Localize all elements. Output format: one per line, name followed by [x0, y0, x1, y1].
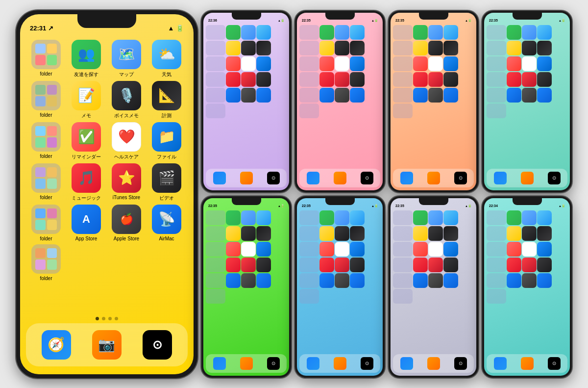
- mini-folder-2: [206, 41, 225, 55]
- video-icon: 🎬: [152, 163, 181, 193]
- mini-notes: [226, 41, 241, 55]
- mini-folder-6: [206, 103, 225, 118]
- mini-appstore: [226, 88, 241, 103]
- voice-icon: 🎙️: [112, 81, 141, 110]
- voice-label: ボイスメモ: [114, 112, 139, 119]
- app-applestore[interactable]: 🍎 Apple Store: [106, 205, 147, 241]
- small-screen-5: 22:35 ▲🔋 ⊙: [203, 198, 289, 376]
- safari-icon: 🧭: [42, 330, 71, 360]
- video-label: ビデオ: [159, 195, 174, 202]
- small-phone-5: 22:35 ▲🔋 ⊙: [201, 196, 291, 378]
- mini-calc: [256, 41, 271, 55]
- time-4: 22:35: [489, 19, 498, 22]
- folder-icon-5: [31, 205, 61, 234]
- folder-icon-3: [31, 122, 61, 152]
- app-calc[interactable]: 📐 計測: [147, 81, 187, 119]
- notch-4: [513, 13, 542, 20]
- notch-8: [513, 198, 542, 205]
- app-appstore[interactable]: A App Store: [66, 205, 106, 241]
- small-phone-6: 22:35 ▲🔋 ⊙: [295, 196, 385, 378]
- mini-weather: [256, 25, 271, 40]
- status-icons-1: ▲🔋: [278, 19, 284, 22]
- dock: 🧭 📷 ⊙: [26, 323, 188, 366]
- time-6: 22:35: [302, 204, 311, 207]
- app-row-5: folder A App Store 🍎 Apple Store 📡 AirMa…: [26, 205, 188, 241]
- small-phone-7: 22:35 ▲🔋 ⊙: [389, 196, 478, 378]
- app-music[interactable]: 🎵 ミュージック: [66, 163, 106, 202]
- app-folder-6[interactable]: folder: [26, 244, 66, 281]
- small-screen-1: 22:36 ▲🔋: [203, 13, 289, 190]
- folder-icon: [31, 40, 61, 69]
- health-icon: ❤️: [112, 122, 141, 152]
- reminders-icon: ✅: [72, 122, 101, 152]
- calc-icon: 📐: [152, 81, 181, 110]
- app-maps[interactable]: 🗺️ マップ: [106, 40, 147, 78]
- music-icon: 🎵: [72, 163, 101, 193]
- folder-label: folder: [40, 71, 52, 77]
- mini-row-2: [206, 41, 287, 55]
- status-icons-7: ▲🔋: [465, 204, 471, 207]
- notch-3: [419, 13, 448, 20]
- home-content: folder 👥 友達を探す 🗺️ マップ ⛅ 天気: [20, 36, 194, 315]
- status-time: 22:31 ↗: [30, 25, 53, 32]
- small-screen-8: 22:34 ▲🔋 ⊙: [484, 198, 570, 376]
- notch-7: [419, 198, 448, 205]
- mini-applestore: [241, 88, 256, 103]
- small-screen-2: 22:35 ▲🔋 ⊙: [297, 13, 383, 190]
- reminders-label: リマインダー: [72, 154, 101, 160]
- scene: 22:31 ↗ ▲ 🔋: [6, 0, 582, 388]
- dot-3: [108, 317, 112, 320]
- findmy-icon: 👥: [72, 40, 101, 69]
- app-notes[interactable]: 📝 メモ: [66, 81, 106, 119]
- status-icons-6: ▲🔋: [371, 204, 378, 207]
- maps-icon: 🗺️: [112, 40, 141, 69]
- app-airmac[interactable]: 📡 AirMac: [147, 205, 187, 241]
- app-folder-3[interactable]: folder: [26, 122, 66, 159]
- music-label: ミュージック: [72, 195, 101, 202]
- app-folder-2[interactable]: folder: [26, 81, 66, 118]
- calc-label: 計測: [162, 112, 172, 119]
- mini-row-3: [206, 56, 287, 71]
- app-folder-5[interactable]: folder: [26, 205, 66, 241]
- app-voice[interactable]: 🎙️ ボイスメモ: [106, 81, 147, 119]
- small-screen-6: 22:35 ▲🔋 ⊙: [297, 198, 383, 376]
- dock-onward[interactable]: ⊙: [137, 330, 177, 360]
- app-reminders[interactable]: ✅ リマインダー: [66, 122, 106, 160]
- folder-label-2: folder: [40, 112, 52, 118]
- app-video[interactable]: 🎬 ビデオ: [147, 163, 187, 202]
- mini-findmy: [226, 25, 241, 40]
- applestore-icon: 🍎: [112, 205, 141, 234]
- files-icon: 📁: [152, 122, 181, 152]
- time-2: 22:35: [302, 19, 311, 22]
- app-row-1: folder 👥 友達を探す 🗺️ マップ ⛅ 天気: [26, 40, 188, 78]
- status-icons-5: ▲🔋: [278, 204, 284, 207]
- app-folder-1[interactable]: folder: [26, 40, 66, 77]
- app-weather[interactable]: ⛅ 天気: [147, 40, 187, 78]
- app-itunes[interactable]: ⭐ iTunes Store: [106, 163, 147, 200]
- time-1: 22:36: [208, 19, 217, 22]
- weather-label: 天気: [162, 71, 172, 78]
- notes-label: メモ: [81, 112, 91, 119]
- notch-6: [325, 198, 355, 205]
- folder-label-5: folder: [40, 236, 52, 241]
- mini-video: [256, 72, 271, 87]
- folder-icon-4: [31, 163, 61, 193]
- dock-safari[interactable]: 🧭: [36, 330, 76, 360]
- time-7: 22:35: [395, 204, 404, 207]
- notch-1: [232, 13, 261, 20]
- dock-photos[interactable]: 📷: [87, 330, 127, 360]
- app-health[interactable]: ❤️ ヘルスケア: [106, 122, 147, 160]
- app-files[interactable]: 📁 ファイル: [147, 122, 187, 160]
- small-phone-2: 22:35 ▲🔋 ⊙: [295, 11, 385, 192]
- airmac-icon: 📡: [152, 205, 181, 234]
- files-label: ファイル: [157, 154, 176, 160]
- mini-row-5: [206, 88, 287, 103]
- dot-2: [102, 317, 105, 320]
- mini-row-1: [206, 25, 287, 40]
- app-findmy[interactable]: 👥 友達を探す: [66, 40, 106, 78]
- app-folder-4[interactable]: folder: [26, 163, 66, 200]
- small-phone-4: 22:35 ▲🔋 ⊙: [482, 11, 572, 192]
- small-phone-3: 22:35 ▲🔋 ⊙: [389, 11, 478, 192]
- photos-icon: 📷: [92, 330, 122, 360]
- app-row-3: folder ✅ リマインダー ❤️ ヘルスケア 📁 ファイル: [26, 122, 188, 160]
